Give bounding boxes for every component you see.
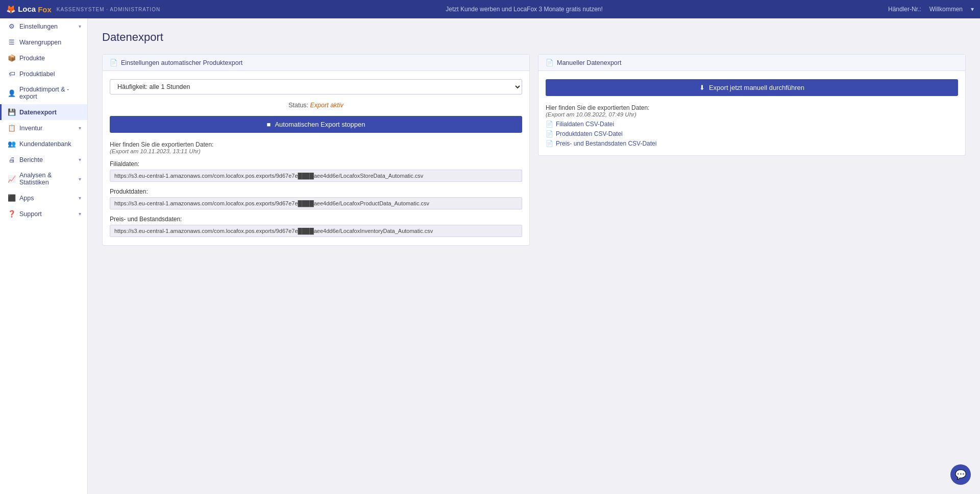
auto-export-info-line1: Hier finden Sie die exportierten Daten: <box>110 141 522 148</box>
stop-export-label: Automatischen Export stoppen <box>275 121 365 128</box>
sidebar-item-produktlabel[interactable]: 🏷 Produktlabel <box>0 66 87 82</box>
manual-export-info: Hier finden Sie die exportierten Daten: … <box>546 104 958 117</box>
datenexport-icon: 💾 <box>8 108 16 116</box>
produktimport-icon: 👤 <box>8 89 16 97</box>
warengruppen-icon: ☰ <box>8 38 16 46</box>
auto-panel-doc-icon: 📄 <box>110 59 118 66</box>
welcome-label: Willkommen <box>929 6 963 13</box>
chevron-analysen: ▾ <box>79 176 81 182</box>
download-icon: ⬇ <box>699 84 705 91</box>
auto-preisbestandsdaten-label: Preis- und Bestandsdaten: <box>110 216 522 223</box>
chat-bubble[interactable]: 💬 <box>950 464 971 485</box>
sidebar-item-apps[interactable]: ⬛ Apps ▾ <box>0 190 87 206</box>
sidebar-label-support: Support <box>19 210 42 218</box>
status-prefix: Status: <box>288 102 310 109</box>
auto-export-info: Hier finden Sie die exportierten Daten: … <box>110 141 522 154</box>
inventur-icon: 📋 <box>8 124 16 132</box>
topbar-right: Händler-Nr.: Willkommen ▾ <box>888 6 974 13</box>
produktlabel-icon: 🏷 <box>8 70 16 78</box>
chevron-inventur: ▾ <box>79 125 81 131</box>
auto-export-panel-body: Häufigkeit: alle 1 StundenHäufigkeit: al… <box>103 71 529 245</box>
topbar-subtitle: KASSENSYSTEM · ADMINISTRATION <box>57 7 160 12</box>
topbar-logo: 🦊 LocaFox <box>6 5 52 14</box>
preisbestandsdaten-csv-label: Preis- und Bestandsdaten CSV-Datei <box>556 140 656 147</box>
status-value: Export aktiv <box>310 102 344 109</box>
frequency-select[interactable]: Häufigkeit: alle 1 StundenHäufigkeit: al… <box>110 79 522 95</box>
topbar-promo: Jetzt Kunde werben und LocaFox 3 Monate … <box>446 6 603 13</box>
topbar: 🦊 LocaFox KASSENSYSTEM · ADMINISTRATION … <box>0 0 980 18</box>
sidebar-item-support[interactable]: ❓ Support ▾ <box>0 206 87 222</box>
sidebar-item-produkte[interactable]: 📦 Produkte <box>0 50 87 66</box>
analysen-icon: 📈 <box>8 175 16 183</box>
chevron-apps: ▾ <box>79 195 81 201</box>
berichte-icon: 🖨 <box>8 156 16 163</box>
produktdaten-csv-link[interactable]: 📄 Produktdaten CSV-Datei <box>546 130 958 137</box>
main-content: Datenexport 📄 Einstellungen automatische… <box>88 18 980 494</box>
manual-export-button[interactable]: ⬇ Export jetzt manuell durchführen <box>546 79 958 96</box>
sidebar-label-inventur: Inventur <box>19 125 42 132</box>
filialdaten-csv-icon: 📄 <box>546 121 553 128</box>
topbar-left: 🦊 LocaFox KASSENSYSTEM · ADMINISTRATION <box>6 5 160 14</box>
auto-export-panel-title: Einstellungen automatischer Produktexpor… <box>121 59 242 66</box>
sidebar-label-produktlabel: Produktlabel <box>19 70 55 78</box>
auto-produktdaten-url: https://s3.eu-central-1.amazonaws.com/co… <box>110 197 522 209</box>
manual-export-info-line1: Hier finden Sie die exportierten Daten: <box>546 104 958 111</box>
auto-preisbestandsdaten-url: https://s3.eu-central-1.amazonaws.com/co… <box>110 225 522 237</box>
sidebar-label-apps: Apps <box>19 195 34 202</box>
chevron-berichte: ▾ <box>79 157 81 162</box>
produktdaten-csv-icon: 📄 <box>546 130 553 137</box>
auto-export-panel: 📄 Einstellungen automatischer Produktexp… <box>102 54 530 246</box>
sidebar-label-analysen: Analysen & Statistiken <box>19 172 79 186</box>
stop-icon: ■ <box>267 121 271 128</box>
auto-filialdaten-section: Filialdaten: https://s3.eu-central-1.ama… <box>110 160 522 182</box>
sidebar-label-datenexport: Datenexport <box>19 109 57 116</box>
manual-panel-doc-icon: 📄 <box>546 59 554 66</box>
support-icon: ❓ <box>8 210 16 218</box>
manual-export-info-date: (Export am 10.08.2022, 07:49 Uhr) <box>546 111 958 117</box>
sidebar-label-kundendatenbank: Kundendatenbank <box>19 140 71 148</box>
sidebar-item-inventur[interactable]: 📋 Inventur ▾ <box>0 120 87 136</box>
auto-produktdaten-label: Produktdaten: <box>110 188 522 195</box>
sidebar-label-produkte: Produkte <box>19 55 45 62</box>
kundendatenbank-icon: 👥 <box>8 140 16 148</box>
page-title: Datenexport <box>102 31 966 44</box>
sidebar: ⚙ Einstellungen ▾ ☰ Warengruppen 📦 Produ… <box>0 18 88 494</box>
apps-icon: ⬛ <box>8 194 16 202</box>
sidebar-label-warengruppen: Warengruppen <box>19 39 61 46</box>
einstellungen-icon: ⚙ <box>8 22 16 30</box>
preisbestandsdaten-csv-icon: 📄 <box>546 140 553 147</box>
sidebar-item-analysen[interactable]: 📈 Analysen & Statistiken ▾ <box>0 168 87 190</box>
auto-preisbestandsdaten-section: Preis- und Bestandsdaten: https://s3.eu-… <box>110 216 522 237</box>
auto-filialdaten-label: Filialdaten: <box>110 160 522 168</box>
auto-export-panel-header: 📄 Einstellungen automatischer Produktexp… <box>103 55 529 71</box>
sidebar-label-einstellungen: Einstellungen <box>19 23 58 30</box>
user-chevron-icon[interactable]: ▾ <box>971 6 974 13</box>
handler-label: Händler-Nr.: <box>888 6 921 13</box>
sidebar-item-kundendatenbank[interactable]: 👥 Kundendatenbank <box>0 136 87 152</box>
produkte-icon: 📦 <box>8 54 16 62</box>
status-line: Status: Export aktiv <box>110 102 522 109</box>
stop-export-button[interactable]: ■ Automatischen Export stoppen <box>110 116 522 133</box>
logo-fox: Fox <box>38 5 52 14</box>
sidebar-item-produktimport[interactable]: 👤 Produktimport & -export <box>0 82 87 104</box>
auto-export-info-date: (Export am 10.11.2023, 13:11 Uhr) <box>110 148 522 154</box>
sidebar-label-berichte: Berichte <box>19 156 43 163</box>
preisbestandsdaten-csv-link[interactable]: 📄 Preis- und Bestandsdaten CSV-Datei <box>546 140 958 147</box>
manual-export-panel: 📄 Manueller Datenexport ⬇ Export jetzt m… <box>538 54 966 156</box>
sidebar-item-warengruppen[interactable]: ☰ Warengruppen <box>0 34 87 50</box>
chevron-support: ▾ <box>79 211 81 217</box>
manual-export-panel-body: ⬇ Export jetzt manuell durchführen Hier … <box>538 71 965 155</box>
sidebar-item-berichte[interactable]: 🖨 Berichte ▾ <box>0 152 87 168</box>
filialdaten-csv-label: Filialdaten CSV-Datei <box>556 121 614 128</box>
auto-produktdaten-section: Produktdaten: https://s3.eu-central-1.am… <box>110 188 522 209</box>
sidebar-item-einstellungen[interactable]: ⚙ Einstellungen ▾ <box>0 18 87 34</box>
filialdaten-csv-link[interactable]: 📄 Filialdaten CSV-Datei <box>546 121 958 128</box>
manual-export-panel-header: 📄 Manueller Datenexport <box>538 55 965 71</box>
manual-export-label: Export jetzt manuell durchführen <box>709 84 804 91</box>
chevron-einstellungen: ▾ <box>79 23 81 29</box>
manual-export-panel-title: Manueller Datenexport <box>557 59 621 66</box>
chat-icon: 💬 <box>955 469 966 480</box>
panels-container: 📄 Einstellungen automatischer Produktexp… <box>102 54 966 246</box>
sidebar-item-datenexport[interactable]: 💾 Datenexport <box>0 104 87 120</box>
produktdaten-csv-label: Produktdaten CSV-Datei <box>556 130 623 137</box>
